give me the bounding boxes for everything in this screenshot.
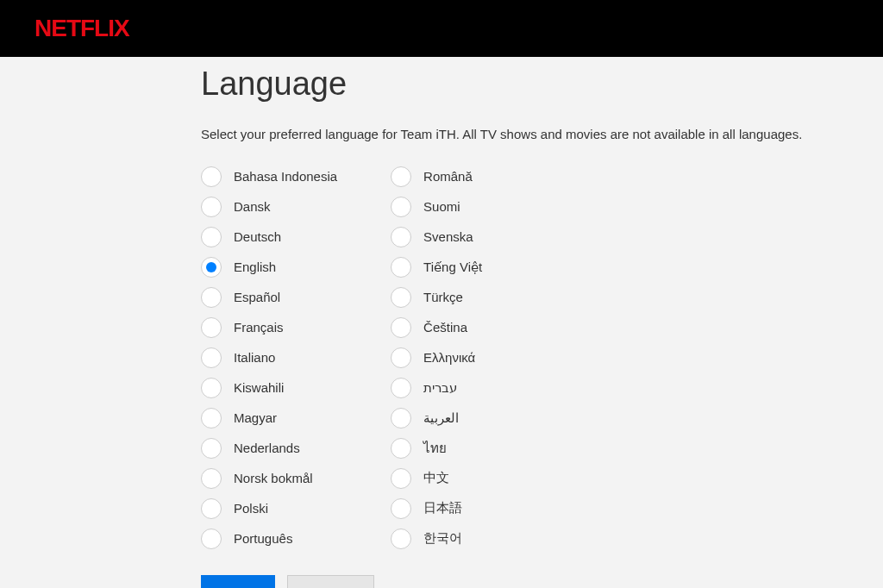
language-columns: Bahasa IndonesiaDanskDeutschEnglishEspañ… [201, 166, 883, 549]
language-option[interactable]: Português [201, 528, 337, 549]
language-option[interactable]: 한국어 [391, 528, 482, 549]
language-label: Suomi [423, 199, 460, 214]
language-option[interactable]: 中文 [391, 467, 482, 489]
language-option[interactable]: 日本語 [391, 497, 482, 519]
language-label: עברית [423, 380, 457, 396]
language-option[interactable]: Magyar [201, 407, 337, 428]
radio-button[interactable] [201, 257, 222, 278]
radio-button[interactable] [391, 468, 411, 489]
language-option[interactable]: Nederlands [201, 437, 337, 459]
language-option[interactable]: Polski [201, 497, 337, 519]
language-label: Nederlands [234, 441, 300, 455]
language-label: Tiếng Việt [423, 260, 482, 275]
main-content: Language Select your preferred language … [0, 57, 883, 588]
language-label: Türkçe [423, 290, 463, 304]
radio-button[interactable] [391, 378, 411, 398]
language-label: العربية [423, 410, 459, 426]
language-label: Kiswahili [234, 380, 284, 395]
radio-button[interactable] [391, 408, 411, 428]
radio-button[interactable] [391, 197, 411, 217]
language-option[interactable]: Deutsch [201, 226, 337, 247]
language-option[interactable]: ไทย [391, 437, 482, 459]
radio-button[interactable] [391, 257, 411, 278]
radio-button[interactable] [391, 529, 411, 549]
radio-button[interactable] [391, 438, 411, 459]
radio-button[interactable] [391, 287, 411, 308]
language-column-1: Bahasa IndonesiaDanskDeutschEnglishEspañ… [201, 166, 337, 549]
page-title: Language [201, 66, 883, 103]
language-label: Svenska [423, 229, 473, 244]
radio-button[interactable] [201, 166, 222, 187]
radio-button[interactable] [201, 378, 222, 398]
language-label: Español [234, 290, 280, 304]
radio-button[interactable] [201, 317, 222, 338]
radio-button[interactable] [391, 317, 411, 338]
radio-button[interactable] [201, 438, 222, 459]
radio-button[interactable] [201, 287, 222, 308]
netflix-logo[interactable]: NETFLIX [34, 15, 129, 42]
language-label: 中文 [423, 470, 449, 486]
radio-button[interactable] [201, 197, 222, 217]
radio-button[interactable] [201, 347, 222, 368]
language-label: Polski [234, 501, 268, 516]
cancel-button[interactable]: Cancel [287, 575, 374, 588]
radio-button[interactable] [201, 529, 222, 549]
language-label: Français [234, 320, 284, 335]
language-column-2: RomânăSuomiSvenskaTiếng ViệtTürkçeČeštin… [391, 166, 482, 549]
language-option[interactable]: Čeština [391, 316, 482, 338]
language-label: Magyar [234, 410, 277, 425]
app-header: NETFLIX [0, 0, 883, 57]
language-option[interactable]: Bahasa Indonesia [201, 166, 337, 187]
language-option[interactable]: Dansk [201, 196, 337, 217]
language-option[interactable]: English [201, 256, 337, 278]
language-label: Português [234, 531, 292, 546]
language-label: 日本語 [423, 500, 462, 516]
language-option[interactable]: Svenska [391, 226, 482, 247]
language-label: English [234, 260, 276, 274]
language-option[interactable]: Italiano [201, 347, 337, 368]
save-button[interactable]: Save [201, 575, 275, 588]
page-subtitle: Select your preferred language for Team … [201, 127, 883, 141]
language-label: Bahasa Indonesia [234, 169, 337, 184]
radio-button[interactable] [201, 498, 222, 519]
language-label: Čeština [423, 320, 467, 335]
language-label: Dansk [234, 199, 271, 214]
radio-button[interactable] [391, 498, 411, 519]
radio-button[interactable] [201, 227, 222, 247]
language-label: Ελληνικά [423, 350, 475, 365]
language-option[interactable]: Tiếng Việt [391, 256, 482, 278]
language-label: Italiano [234, 350, 275, 365]
action-buttons: Save Cancel [201, 575, 883, 588]
language-option[interactable]: Türkçe [391, 286, 482, 308]
language-option[interactable]: עברית [391, 377, 482, 398]
language-option[interactable]: Română [391, 166, 482, 187]
radio-button[interactable] [391, 227, 411, 247]
radio-button[interactable] [391, 347, 411, 368]
language-option[interactable]: Français [201, 316, 337, 338]
language-option[interactable]: العربية [391, 407, 482, 428]
radio-button[interactable] [391, 166, 411, 187]
language-label: Norsk bokmål [234, 471, 313, 485]
language-option[interactable]: Suomi [391, 196, 482, 217]
radio-button[interactable] [201, 468, 222, 489]
language-option[interactable]: Español [201, 286, 337, 308]
language-option[interactable]: Ελληνικά [391, 347, 482, 368]
language-label: Deutsch [234, 229, 281, 244]
language-label: 한국어 [423, 530, 462, 547]
language-label: ไทย [423, 438, 447, 459]
language-option[interactable]: Norsk bokmål [201, 467, 337, 489]
language-label: Română [423, 169, 473, 184]
language-option[interactable]: Kiswahili [201, 377, 337, 398]
radio-button[interactable] [201, 408, 222, 428]
